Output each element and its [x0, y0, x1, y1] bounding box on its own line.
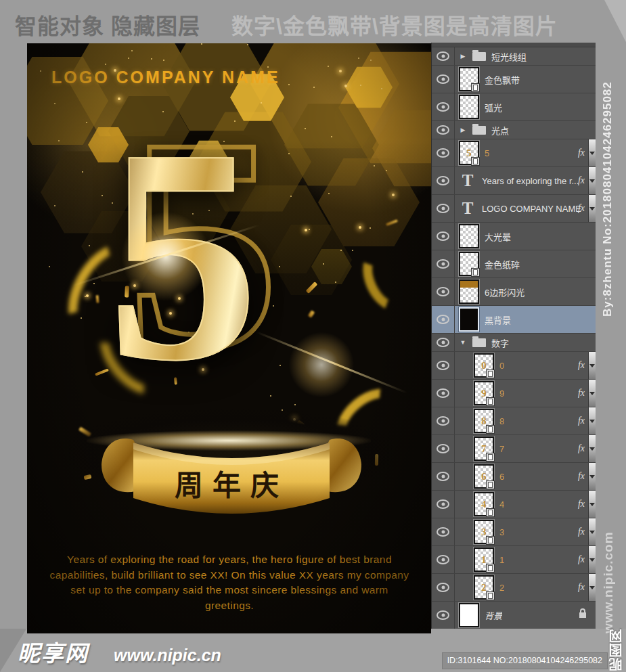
layer-thumbnail[interactable]: [459, 279, 479, 304]
visibility-toggle-cell[interactable]: [432, 334, 455, 351]
fx-dropdown-arrow[interactable]: [588, 463, 596, 490]
visibility-toggle-cell[interactable]: [432, 518, 455, 545]
layer-row[interactable]: 弧光: [432, 93, 596, 121]
eye-icon[interactable]: [437, 388, 449, 398]
fx-label[interactable]: fx: [578, 471, 585, 482]
layer-row-content[interactable]: TLOGO COMPANY NAMEfx: [455, 195, 596, 222]
fx-dropdown-arrow[interactable]: [588, 574, 596, 601]
layer-row-content[interactable]: TYears of exploring the r...fx: [455, 167, 596, 194]
eye-icon[interactable]: [437, 259, 449, 269]
layer-row[interactable]: 55fx: [432, 139, 596, 167]
layer-row[interactable]: 44fx: [432, 491, 596, 518]
layer-group-row[interactable]: ▶光点: [432, 121, 596, 139]
layer-thumbnail[interactable]: [459, 224, 479, 248]
layer-row[interactable]: 99fx: [432, 380, 596, 407]
layer-row-content[interactable]: 66fx: [455, 463, 596, 490]
layer-thumbnail[interactable]: 7: [474, 436, 494, 461]
fx-label[interactable]: fx: [578, 443, 585, 454]
layer-row-content[interactable]: ▼数字: [455, 334, 596, 351]
eye-icon[interactable]: [437, 51, 449, 61]
visibility-toggle-cell[interactable]: [432, 139, 455, 166]
text-layer-icon[interactable]: T: [459, 199, 476, 218]
layer-row-content[interactable]: ▶短光线组: [455, 47, 596, 65]
layer-group-row[interactable]: ▶短光线组: [432, 47, 596, 66]
fx-dropdown-arrow[interactable]: [588, 167, 596, 194]
fx-dropdown-arrow[interactable]: [588, 546, 596, 573]
fx-dropdown-arrow[interactable]: [588, 407, 596, 434]
visibility-toggle-cell[interactable]: [432, 463, 455, 490]
layer-thumbnail[interactable]: 5: [459, 141, 479, 165]
visibility-toggle-cell[interactable]: [432, 380, 455, 407]
eye-icon[interactable]: [437, 338, 449, 347]
fx-label[interactable]: fx: [578, 582, 585, 593]
eye-icon[interactable]: [437, 231, 449, 241]
layer-row[interactable]: 6边形闪光: [432, 278, 596, 306]
layer-row[interactable]: TLOGO COMPANY NAMEfx: [432, 195, 596, 223]
layer-row-content[interactable]: 22fx: [455, 574, 596, 601]
layer-thumbnail[interactable]: [459, 603, 479, 627]
layer-row-content[interactable]: 33fx: [455, 518, 596, 545]
visibility-toggle-cell[interactable]: [432, 546, 455, 573]
layer-row-content[interactable]: 大光晕: [455, 223, 596, 250]
layer-row-content[interactable]: 00fx: [455, 352, 596, 379]
visibility-toggle-cell[interactable]: [432, 435, 455, 462]
layer-thumbnail[interactable]: [459, 252, 479, 276]
layer-row[interactable]: TYears of exploring the r...fx: [432, 167, 596, 195]
layer-thumbnail[interactable]: [459, 95, 479, 119]
layer-row[interactable]: 大光晕: [432, 223, 596, 250]
eye-icon[interactable]: [437, 315, 449, 324]
layer-row[interactable]: 00fx: [432, 352, 596, 380]
visibility-toggle-cell[interactable]: [432, 352, 455, 379]
layer-thumbnail[interactable]: 9: [474, 381, 494, 405]
layer-row[interactable]: 22fx: [432, 574, 596, 602]
eye-icon[interactable]: [437, 555, 449, 564]
layer-row-content[interactable]: 金色飘带: [455, 66, 596, 93]
visibility-toggle-cell[interactable]: [432, 602, 455, 629]
fx-dropdown-arrow[interactable]: [588, 195, 596, 222]
visibility-toggle-cell[interactable]: [432, 491, 455, 518]
layer-group-row[interactable]: ▼数字: [432, 334, 596, 352]
fx-label[interactable]: fx: [578, 554, 585, 565]
layer-row-content[interactable]: 6边形闪光: [455, 278, 596, 305]
poster-canvas[interactable]: LOGO COMPANY NAME 5 5 周年庆 Years of explo…: [27, 43, 431, 633]
eye-icon[interactable]: [437, 444, 449, 453]
visibility-toggle-cell[interactable]: [432, 278, 455, 305]
layer-row[interactable]: 66fx: [432, 463, 596, 491]
layer-thumbnail[interactable]: 6: [474, 464, 494, 489]
eye-icon[interactable]: [437, 527, 449, 537]
layer-thumbnail[interactable]: 1: [474, 547, 494, 572]
layer-thumbnail[interactable]: 8: [474, 409, 494, 433]
fx-dropdown-arrow[interactable]: [588, 518, 596, 545]
fx-dropdown-arrow[interactable]: [588, 139, 596, 166]
layer-row[interactable]: 黑背景: [432, 306, 596, 334]
layer-row-content[interactable]: 77fx: [455, 435, 596, 462]
layer-row-content[interactable]: ▶光点: [455, 121, 596, 139]
eye-icon[interactable]: [437, 583, 449, 592]
layer-thumbnail[interactable]: 2: [474, 575, 494, 600]
expander-right-icon[interactable]: ▶: [459, 127, 467, 133]
eye-icon[interactable]: [437, 204, 449, 213]
eye-icon[interactable]: [437, 148, 449, 158]
layer-row[interactable]: 88fx: [432, 407, 596, 435]
expander-down-icon[interactable]: ▼: [459, 339, 467, 346]
layer-row[interactable]: 背景: [432, 602, 596, 629]
eye-icon[interactable]: [437, 361, 449, 370]
visibility-toggle-cell[interactable]: [432, 223, 455, 250]
visibility-toggle-cell[interactable]: [432, 66, 455, 93]
layer-row[interactable]: 33fx: [432, 518, 596, 546]
layer-row-content[interactable]: 44fx: [455, 491, 596, 518]
visibility-toggle-cell[interactable]: [432, 306, 455, 333]
layer-thumbnail[interactable]: [459, 67, 479, 91]
fx-dropdown-arrow[interactable]: [588, 352, 596, 379]
eye-icon[interactable]: [437, 74, 449, 84]
visibility-toggle-cell[interactable]: [432, 47, 455, 65]
visibility-toggle-cell[interactable]: [432, 167, 455, 194]
fx-label[interactable]: fx: [578, 527, 585, 537]
text-layer-icon[interactable]: T: [459, 171, 476, 190]
layer-row-content[interactable]: 11fx: [455, 546, 596, 573]
layer-row[interactable]: 77fx: [432, 435, 596, 463]
fx-label[interactable]: fx: [578, 416, 585, 426]
fx-dropdown-arrow[interactable]: [588, 491, 596, 518]
fx-dropdown-arrow[interactable]: [588, 435, 596, 462]
layer-row-content[interactable]: 99fx: [455, 380, 596, 407]
